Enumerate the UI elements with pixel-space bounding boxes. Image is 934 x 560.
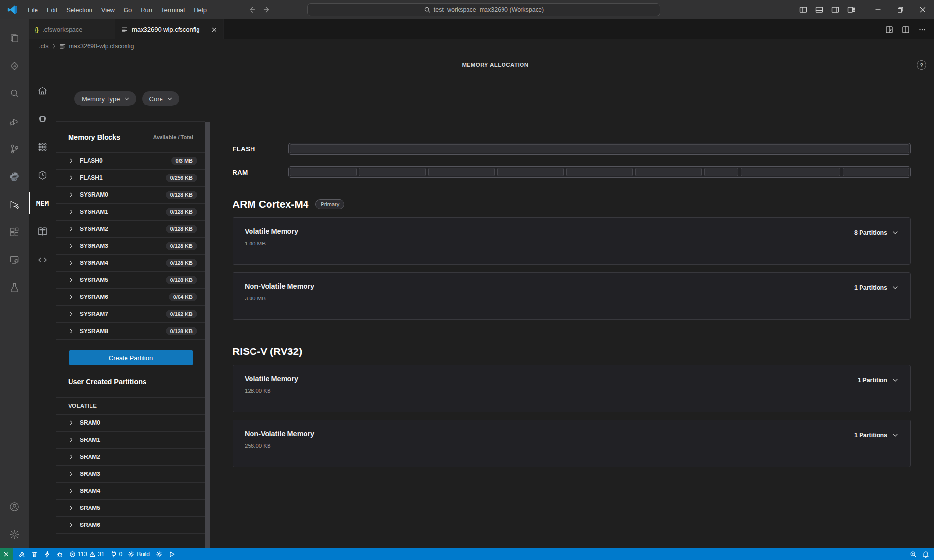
memory-block-row[interactable]: SYSRAM8 0/128 KB bbox=[56, 323, 205, 340]
create-partition-button[interactable]: Create Partition bbox=[69, 350, 193, 365]
memory-block-row[interactable]: SYSRAM4 0/128 KB bbox=[56, 255, 205, 272]
tools-icon[interactable] bbox=[16, 548, 28, 560]
customize-layout-icon[interactable] bbox=[843, 0, 859, 19]
chevron-right-icon[interactable] bbox=[68, 294, 74, 300]
chevron-right-icon[interactable] bbox=[68, 175, 74, 181]
user-partition-row[interactable]: SRAM6 bbox=[56, 517, 205, 534]
chevron-right-icon[interactable] bbox=[68, 328, 74, 334]
menu-item[interactable]: Terminal bbox=[157, 3, 189, 16]
memory-block-row[interactable]: SYSRAM5 0/128 KB bbox=[56, 272, 205, 289]
remote-explorer-icon[interactable] bbox=[0, 246, 29, 274]
config-gear-icon[interactable] bbox=[153, 548, 165, 560]
memory-block-row[interactable]: SYSRAM1 0/128 KB bbox=[56, 204, 205, 221]
back-arrow-icon[interactable] bbox=[248, 6, 256, 14]
chevron-right-icon[interactable] bbox=[68, 311, 74, 317]
chevron-right-icon[interactable] bbox=[68, 420, 74, 426]
tab-close-icon[interactable] bbox=[211, 26, 217, 33]
memory-block-row[interactable]: SYSRAM7 0/192 KB bbox=[56, 306, 205, 323]
chevron-right-icon[interactable] bbox=[68, 243, 74, 249]
memory-allocation-tab-icon[interactable]: MEM bbox=[29, 189, 56, 217]
extensions-icon[interactable] bbox=[0, 218, 29, 246]
notifications-bell-icon[interactable] bbox=[919, 548, 932, 560]
chevron-right-icon[interactable] bbox=[68, 158, 74, 164]
chevron-right-icon[interactable] bbox=[68, 471, 74, 477]
user-partition-row[interactable]: SRAM4 bbox=[56, 483, 205, 500]
account-icon[interactable] bbox=[0, 493, 29, 521]
more-actions-icon[interactable] bbox=[916, 23, 929, 36]
toggle-secondary-sidebar-icon[interactable] bbox=[827, 0, 843, 19]
memory-block-row[interactable]: SYSRAM2 0/128 KB bbox=[56, 221, 205, 238]
chevron-right-icon[interactable] bbox=[68, 226, 74, 232]
partitions-dropdown[interactable]: 1 Partitions bbox=[854, 431, 898, 439]
run-debug-icon[interactable] bbox=[0, 107, 29, 135]
remote-indicator[interactable] bbox=[0, 548, 13, 560]
menu-item[interactable]: Selection bbox=[62, 3, 96, 16]
toggle-panel-icon[interactable] bbox=[811, 0, 827, 19]
test-beaker-icon[interactable] bbox=[0, 274, 29, 301]
breadcrumb-root[interactable]: .cfs bbox=[39, 43, 48, 50]
forward-arrow-icon[interactable] bbox=[263, 6, 270, 14]
memory-block-row[interactable]: SYSRAM3 0/128 KB bbox=[56, 238, 205, 255]
ports-indicator[interactable]: 0 bbox=[108, 548, 126, 560]
chevron-right-icon[interactable] bbox=[68, 505, 74, 511]
chevron-right-icon[interactable] bbox=[68, 260, 74, 266]
memory-type-filter[interactable]: Memory Type bbox=[74, 91, 136, 106]
chevron-right-icon[interactable] bbox=[68, 192, 74, 198]
toggle-sidebar-icon[interactable] bbox=[795, 0, 811, 19]
user-partition-row[interactable]: SRAM3 bbox=[56, 466, 205, 483]
panel-scrollbar[interactable] bbox=[205, 76, 210, 548]
menu-item[interactable]: Help bbox=[189, 3, 211, 16]
help-icon[interactable]: ? bbox=[917, 60, 926, 70]
user-partition-row[interactable]: SRAM0 bbox=[56, 415, 205, 432]
flash-icon[interactable] bbox=[41, 548, 54, 560]
chevron-right-icon[interactable] bbox=[68, 454, 74, 460]
chevron-right-icon[interactable] bbox=[68, 437, 74, 443]
run-play-icon[interactable] bbox=[165, 548, 178, 560]
memory-block-row[interactable]: FLASH1 0/256 KB bbox=[56, 170, 205, 187]
search-view-icon[interactable] bbox=[0, 80, 29, 107]
user-partition-row[interactable]: SRAM2 bbox=[56, 449, 205, 466]
menu-item[interactable]: Edit bbox=[42, 3, 62, 16]
tab-cfsworkspace[interactable]: {} .cfsworkspace bbox=[29, 19, 115, 39]
build-action[interactable]: Build bbox=[125, 548, 153, 560]
partitions-dropdown[interactable]: 1 Partitions bbox=[854, 283, 898, 292]
user-partition-row[interactable]: SRAM1 bbox=[56, 432, 205, 449]
clock-config-icon[interactable] bbox=[29, 161, 56, 189]
code-icon[interactable] bbox=[29, 245, 56, 274]
explorer-icon[interactable] bbox=[0, 24, 29, 52]
chevron-right-icon[interactable] bbox=[68, 522, 74, 528]
chevron-right-icon[interactable] bbox=[68, 488, 74, 494]
settings-gear-icon[interactable] bbox=[0, 521, 29, 548]
close-icon[interactable] bbox=[912, 0, 934, 19]
chevron-right-icon[interactable] bbox=[68, 277, 74, 283]
chevron-right-icon[interactable] bbox=[68, 209, 74, 215]
open-changes-icon[interactable] bbox=[882, 23, 896, 36]
partitions-dropdown[interactable]: 1 Partition bbox=[858, 376, 898, 385]
core-filter[interactable]: Core bbox=[142, 91, 179, 106]
menu-item[interactable]: Go bbox=[119, 3, 136, 16]
menu-item[interactable]: Run bbox=[136, 3, 157, 16]
menu-item[interactable]: File bbox=[23, 3, 42, 16]
chip-icon[interactable] bbox=[29, 105, 56, 133]
split-editor-icon[interactable] bbox=[899, 23, 913, 36]
breadcrumb-file[interactable]: max32690-wlp.cfsconfig bbox=[69, 43, 134, 50]
registers-book-icon[interactable] bbox=[29, 217, 56, 245]
tab-cfsconfig[interactable]: max32690-wlp.cfsconfig bbox=[115, 19, 224, 39]
partitions-dropdown[interactable]: 8 Partitions bbox=[854, 228, 898, 237]
minimize-icon[interactable] bbox=[867, 0, 889, 19]
menu-item[interactable]: View bbox=[97, 3, 119, 16]
memory-block-row[interactable]: SYSRAM6 0/64 KB bbox=[56, 289, 205, 306]
python-icon[interactable] bbox=[0, 163, 29, 191]
trash-icon[interactable] bbox=[28, 548, 41, 560]
command-center[interactable]: test_workspace_max32690 (Workspace) bbox=[307, 3, 660, 16]
source-control-icon[interactable] bbox=[0, 135, 29, 163]
memory-block-row[interactable]: FLASH0 0/3 MB bbox=[56, 153, 205, 170]
debug-icon[interactable] bbox=[54, 548, 66, 560]
home-icon[interactable] bbox=[29, 76, 56, 105]
pin-grid-icon[interactable] bbox=[29, 133, 56, 161]
user-partition-row[interactable]: SRAM5 bbox=[56, 500, 205, 517]
zoom-in-icon[interactable] bbox=[907, 548, 919, 560]
memory-block-row[interactable]: SYSRAM0 0/128 KB bbox=[56, 187, 205, 204]
cfs-home-view-icon[interactable] bbox=[0, 191, 29, 218]
problems-indicator[interactable]: 113 31 bbox=[66, 548, 108, 560]
